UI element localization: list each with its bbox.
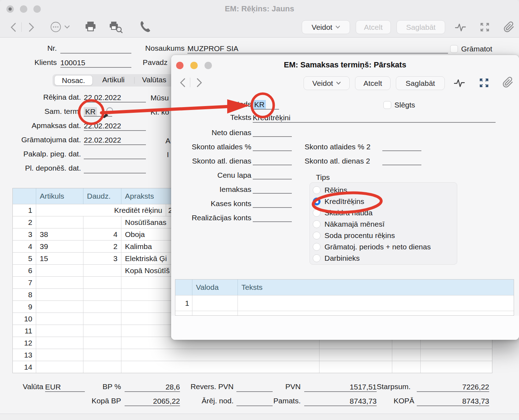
table-cell[interactable]: [36, 349, 83, 361]
kods-value[interactable]: KR: [253, 100, 266, 109]
tab-valutas[interactable]: Valūtas: [142, 76, 166, 84]
table-cell[interactable]: [237, 311, 514, 316]
radio-option[interactable]: Kredītrēķins: [313, 196, 457, 207]
table-cell[interactable]: [319, 361, 392, 373]
table-cell[interactable]: [83, 301, 121, 313]
row-number[interactable]: 7: [13, 277, 36, 288]
table-cell[interactable]: [121, 361, 319, 373]
radio-button[interactable]: [313, 186, 321, 194]
starpsum-input[interactable]: 7226,22: [417, 382, 489, 392]
veidot-button[interactable]: Veidot: [302, 20, 350, 34]
table-cell[interactable]: [83, 265, 121, 276]
field-input[interactable]: [253, 184, 292, 194]
table-cell[interactable]: [392, 349, 420, 361]
apmaksas-dat-input[interactable]: 22.02.2022: [84, 121, 146, 131]
activity-icon[interactable]: [455, 22, 466, 33]
atcelt-button[interactable]: Atcelt: [356, 20, 391, 34]
table-cell[interactable]: [36, 277, 83, 288]
kopa-bp-input[interactable]: 2065,22: [125, 397, 180, 406]
radio-option[interactable]: Rēķins: [313, 184, 457, 196]
row-number[interactable]: 1: [175, 295, 192, 311]
more-options-icon[interactable]: [50, 21, 72, 33]
row-number[interactable]: 11: [13, 325, 36, 337]
gramatot-checkbox[interactable]: [450, 45, 458, 53]
pamats-input[interactable]: 8743,73: [304, 397, 377, 406]
nosaukums-input[interactable]: MUZPROF SIA: [187, 44, 448, 54]
row-number[interactable]: 3: [13, 228, 36, 240]
paperclip-icon[interactable]: [503, 21, 515, 33]
table-cell[interactable]: [83, 289, 121, 300]
table-cell[interactable]: [83, 325, 121, 337]
field-input[interactable]: [253, 156, 292, 165]
teksts-input[interactable]: Kredītrēķini: [253, 113, 496, 123]
table-cell[interactable]: [83, 361, 121, 373]
row-number[interactable]: 2: [175, 311, 192, 316]
table-cell[interactable]: [36, 313, 83, 325]
merged-cell-label[interactable]: Kreditēt rēķinu: [36, 204, 166, 216]
radio-button[interactable]: [313, 243, 321, 251]
table-cell[interactable]: 4: [83, 228, 121, 240]
sam-term-value[interactable]: KR: [84, 107, 97, 116]
saglabat-button[interactable]: Saglabāt: [397, 20, 445, 34]
table-cell[interactable]: [36, 289, 83, 300]
row-number[interactable]: 1: [13, 204, 36, 216]
pakalp-dat-input[interactable]: [84, 150, 146, 159]
field-input[interactable]: [382, 156, 421, 165]
radio-button[interactable]: [313, 254, 321, 262]
table-cell[interactable]: 38: [36, 228, 83, 240]
kods-input[interactable]: KR: [253, 100, 279, 110]
radio-button[interactable]: [313, 198, 321, 205]
row-number[interactable]: 8: [13, 289, 36, 300]
field-input[interactable]: [382, 142, 421, 151]
radio-button[interactable]: [313, 232, 321, 239]
radio-option[interactable]: Nākamajā mēnesī: [313, 219, 457, 230]
kopa-input[interactable]: 8743,73: [417, 397, 489, 406]
row-number[interactable]: 10: [13, 313, 36, 325]
radio-option[interactable]: Grāmatoj. periods + neto dienas: [313, 241, 457, 253]
table-cell[interactable]: [192, 311, 237, 316]
activity-icon[interactable]: [454, 78, 465, 88]
row-number[interactable]: 14: [13, 361, 36, 373]
row-number[interactable]: 5: [13, 253, 36, 264]
table-cell[interactable]: [83, 277, 121, 288]
print-icon[interactable]: [84, 21, 97, 33]
radio-option[interactable]: Soda procentu rēķins: [313, 230, 457, 241]
radio-button[interactable]: [313, 220, 321, 228]
paste-special-icon[interactable]: [101, 106, 115, 118]
table-cell[interactable]: [83, 337, 121, 349]
table-cell[interactable]: [237, 295, 514, 311]
row-number[interactable]: 9: [13, 301, 36, 313]
deponesh-dat-input[interactable]: [84, 164, 146, 173]
table-cell[interactable]: [121, 349, 319, 361]
slegts-checkbox[interactable]: [383, 101, 391, 109]
table-cell[interactable]: [392, 361, 420, 373]
atcelt-button[interactable]: Atcelt: [355, 76, 390, 90]
nr-input[interactable]: [60, 44, 131, 54]
revers-pvn-input[interactable]: [236, 382, 273, 392]
table-cell[interactable]: [36, 361, 83, 373]
table-cell[interactable]: [192, 295, 237, 311]
table-cell[interactable]: 2: [83, 241, 121, 252]
pvn-input[interactable]: 1517,51: [304, 382, 377, 392]
valuta-input[interactable]: EUR: [45, 382, 85, 392]
saglabat-button[interactable]: Saglabāt: [396, 76, 445, 90]
table-cell[interactable]: [83, 216, 121, 228]
table-cell[interactable]: 39: [36, 241, 83, 252]
table-cell[interactable]: [319, 349, 392, 361]
field-input[interactable]: [253, 170, 292, 179]
veidot-button[interactable]: Veidot: [304, 76, 350, 90]
field-input[interactable]: [253, 199, 292, 208]
table-cell[interactable]: [36, 301, 83, 313]
table-cell[interactable]: [83, 349, 121, 361]
klients-input[interactable]: 100015: [60, 58, 131, 68]
row-number[interactable]: 4: [13, 241, 36, 252]
row-number[interactable]: 12: [13, 337, 36, 349]
tab-nosac[interactable]: Nosac.: [54, 75, 93, 85]
table-cell[interactable]: [420, 349, 492, 361]
forward-icon[interactable]: [194, 77, 204, 88]
row-number[interactable]: 13: [13, 349, 36, 361]
radio-option[interactable]: Darbinieks: [313, 253, 457, 264]
field-input[interactable]: [253, 142, 292, 151]
tab-artikuli[interactable]: Artikuli: [102, 76, 125, 84]
table-cell[interactable]: 15: [36, 253, 83, 264]
